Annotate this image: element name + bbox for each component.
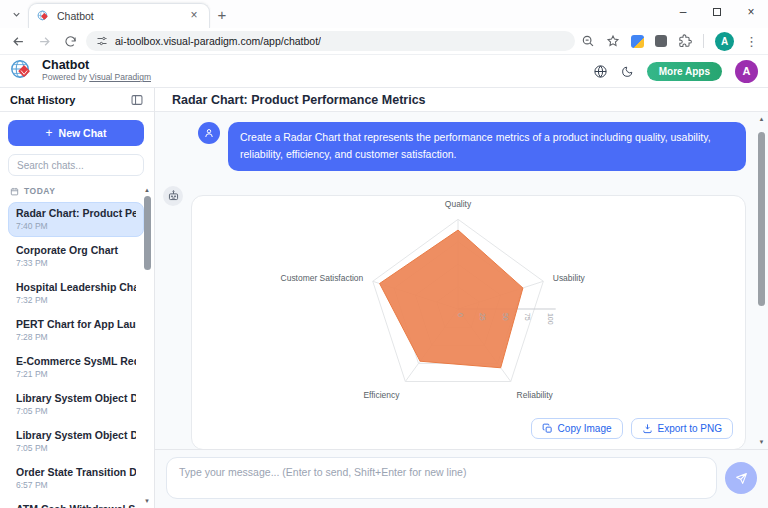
copy-image-button[interactable]: Copy Image xyxy=(531,418,623,439)
chat-scroll-up-icon[interactable]: ▲ xyxy=(759,115,765,123)
panel-toggle-icon xyxy=(130,93,144,107)
today-section: TODAY xyxy=(10,186,142,196)
chat-history-item[interactable]: Corporate Org Chart7:33 PM xyxy=(8,239,144,274)
sidebar-scroll-down-icon[interactable]: ▼ xyxy=(144,497,150,505)
chat-item-title: Hospital Leadership Chart xyxy=(16,281,136,293)
chat-item-title: PERT Chart for App Launch xyxy=(16,318,136,330)
globe-icon xyxy=(593,64,608,79)
zoom-button[interactable] xyxy=(581,34,595,48)
user-message-avatar xyxy=(198,122,220,144)
export-png-label: Export to PNG xyxy=(658,423,722,434)
chat-list: Radar Chart: Product Perfor...7:40 PMCor… xyxy=(8,202,144,508)
chart-actions: Copy Image Export to PNG xyxy=(192,418,745,449)
powered-by-prefix: Powered by xyxy=(42,72,89,82)
chat-scrollbar-thumb[interactable] xyxy=(758,132,765,306)
sidebar-title: Chat History xyxy=(10,94,75,106)
bookmark-button[interactable] xyxy=(606,34,620,48)
chat-history-item[interactable]: Order State Transition Diagra...6:57 PM xyxy=(8,461,144,496)
browser-tab-chatbot[interactable]: Chatbot × xyxy=(28,3,210,28)
browser-window: Chatbot × + – × ai-toolbox.visual-paradi… xyxy=(0,0,768,508)
content: Chat History +New Chat TODAY Radar Chart… xyxy=(0,88,768,508)
user-message-bubble: Create a Radar Chart that represents the… xyxy=(228,122,746,171)
conversation-title: Radar Chart: Product Performance Metrics xyxy=(155,88,768,112)
user-avatar[interactable]: A xyxy=(735,60,758,83)
chat-history-sidebar: Chat History +New Chat TODAY Radar Chart… xyxy=(0,88,155,508)
copy-icon xyxy=(542,423,553,434)
calendar-icon xyxy=(10,187,19,196)
tab-close-icon[interactable]: × xyxy=(187,9,201,23)
tab-search-button[interactable] xyxy=(6,4,26,24)
extensions-button[interactable] xyxy=(678,34,692,48)
message-input[interactable] xyxy=(166,457,717,499)
chat-item-time: 7:28 PM xyxy=(16,332,136,342)
chat-item-title: Radar Chart: Product Perfor... xyxy=(16,207,136,219)
forward-button[interactable] xyxy=(34,31,54,51)
sidebar-body: +New Chat TODAY Radar Chart: Product Per… xyxy=(0,112,154,508)
export-png-button[interactable]: Export to PNG xyxy=(631,418,733,439)
sidebar-scrollbar-thumb[interactable] xyxy=(144,196,151,270)
new-tab-button[interactable]: + xyxy=(210,2,234,26)
chat-history-item[interactable]: Library System Object Diagr...7:05 PM xyxy=(8,387,144,422)
new-chat-button[interactable]: +New Chat xyxy=(8,120,144,146)
chat-history-item[interactable]: E-Commerce SysML Require...7:21 PM xyxy=(8,350,144,385)
chat-history-item[interactable]: Hospital Leadership Chart7:32 PM xyxy=(8,276,144,311)
chevron-down-icon xyxy=(11,9,22,20)
reload-icon xyxy=(64,35,77,48)
browser-profile-avatar[interactable]: A xyxy=(715,32,734,51)
paper-plane-icon xyxy=(735,472,748,485)
download-icon xyxy=(642,423,653,434)
radar-axis-label: Customer Satisfaction xyxy=(281,273,364,283)
window-minimize-button[interactable]: – xyxy=(666,0,700,24)
send-button[interactable] xyxy=(725,462,757,494)
window-maximize-button[interactable] xyxy=(700,0,734,24)
chat-messages-area: Create a Radar Chart that represents the… xyxy=(155,112,768,450)
more-apps-button[interactable]: More Apps xyxy=(647,62,722,81)
search-chats-input[interactable] xyxy=(8,154,144,176)
extension-icon-2[interactable] xyxy=(655,35,667,47)
chat-item-title: Library System Object Diagr... xyxy=(16,429,136,441)
radar-tick-label: 0 xyxy=(457,313,464,317)
site-favicon-icon xyxy=(37,10,50,23)
chat-item-title: Corporate Org Chart xyxy=(16,244,136,256)
chat-scrollbar[interactable]: ▲ ▼ xyxy=(756,115,767,446)
back-button[interactable] xyxy=(8,31,28,51)
radar-tick-label: 100 xyxy=(547,313,554,325)
browser-toolbar: ai-toolbox.visual-paradigm.com/app/chatb… xyxy=(0,28,768,55)
chat-history-item[interactable]: Library System Object Diagr...7:05 PM xyxy=(8,424,144,459)
language-button[interactable] xyxy=(593,64,608,79)
url-bar[interactable]: ai-toolbox.visual-paradigm.com/app/chatb… xyxy=(86,31,575,51)
app-titles: Chatbot Powered by Visual Paradigm xyxy=(42,59,151,82)
collapse-sidebar-button[interactable] xyxy=(130,93,144,107)
chat-scroll-down-icon[interactable]: ▼ xyxy=(759,438,765,446)
chart-card: 0255075100QualityUsabilityReliabilityEff… xyxy=(191,195,746,450)
app-header-right: More Apps A xyxy=(593,60,758,83)
scroll-up-icon[interactable]: ▲ xyxy=(144,186,150,194)
radar-tick-label: 75 xyxy=(524,313,531,321)
chat-item-title: Order State Transition Diagra... xyxy=(16,466,136,478)
chat-history-item[interactable]: ATM Cash Withdrawal Seque...6:46 PM xyxy=(8,498,144,508)
magnifier-icon xyxy=(581,34,595,48)
moon-icon xyxy=(621,65,634,78)
star-icon xyxy=(606,34,620,48)
tab-strip: Chatbot × + – × xyxy=(0,0,768,28)
site-settings-icon xyxy=(96,35,108,47)
toolbar-right: A ⋮ xyxy=(581,32,760,51)
chat-history-item[interactable]: PERT Chart for App Launch7:28 PM xyxy=(8,313,144,348)
dark-mode-button[interactable] xyxy=(621,65,634,78)
radar-tick-label: 50 xyxy=(502,313,509,321)
chat-history-item[interactable]: Radar Chart: Product Perfor...7:40 PM xyxy=(8,202,144,237)
browser-menu-button[interactable]: ⋮ xyxy=(745,34,758,49)
sidebar-scrollbar[interactable]: ▲ xyxy=(142,186,152,270)
plus-icon: + xyxy=(46,126,53,140)
sidebar-header: Chat History xyxy=(0,88,154,112)
window-controls: – × xyxy=(666,0,768,24)
radar-axis-label: Efficiency xyxy=(363,389,400,399)
new-chat-label: New Chat xyxy=(59,127,107,139)
message-input-area xyxy=(155,450,768,508)
reload-button[interactable] xyxy=(60,31,80,51)
url-text: ai-toolbox.visual-paradigm.com/app/chatb… xyxy=(115,35,321,47)
visual-paradigm-link[interactable]: Visual Paradigm xyxy=(89,72,151,82)
extension-icon[interactable] xyxy=(631,35,644,48)
chat-item-time: 7:21 PM xyxy=(16,369,136,379)
window-close-button[interactable]: × xyxy=(734,0,768,24)
